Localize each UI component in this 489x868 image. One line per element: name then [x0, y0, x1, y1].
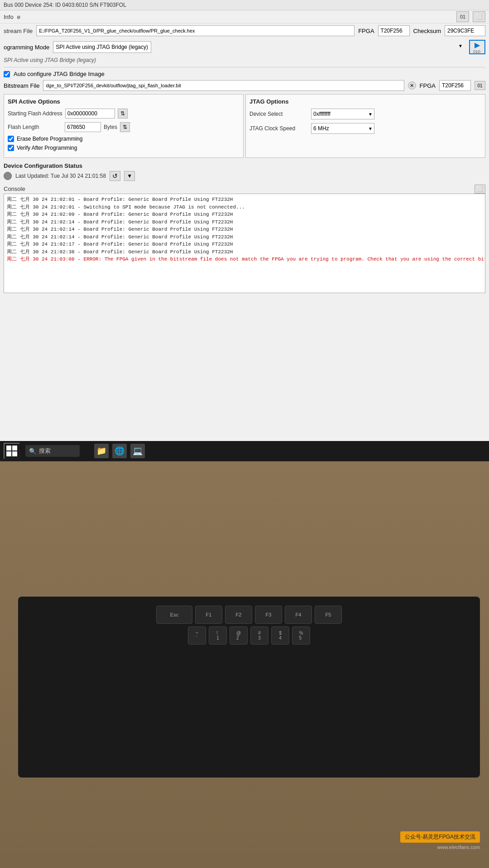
play-button[interactable]: ▶ 010-: [469, 40, 485, 54]
auto-configure-label: Auto configure JTAG Bridge Image: [14, 71, 105, 77]
filter-icon: ▼: [127, 173, 132, 179]
title-bar: Bus 000 Device 254: ID 0403:6010 S/N FT9…: [0, 0, 489, 10]
search-box[interactable]: 🔍 搜索: [25, 445, 80, 457]
console-label: Console: [4, 185, 25, 192]
flash-address-row: Starting Flash Address ⇅: [8, 109, 240, 119]
taskbar-icon-3[interactable]: 💻: [130, 444, 145, 458]
taskbar-icon-1-glyph: 📁: [96, 446, 106, 456]
prog-mode-section: ogramming Mode SPI Active using JTAG Bri…: [0, 38, 489, 56]
copy-icon: ⬜: [477, 186, 483, 192]
clock-speed-wrapper: 6 MHz ▼: [311, 123, 374, 134]
toolbar-btn-02[interactable]: ⬜: [473, 11, 485, 22]
key-tilde[interactable]: ~`: [188, 626, 206, 645]
info-label: Info: [4, 14, 14, 20]
fpga-btn-01[interactable]: 01: [475, 81, 485, 90]
console-line: 周二 七月 30 24 21:02:14 - Board Profile: Ge…: [7, 233, 482, 241]
device-config-section: Device Configuration Status Last Updated…: [0, 160, 489, 183]
toolbar-btn-01[interactable]: 01: [456, 11, 469, 22]
jtag-options-panel: JTAG Options Device Select 0xffffffff ▼ …: [245, 94, 485, 158]
key-f3[interactable]: F3: [255, 606, 282, 624]
bit-file-path: dge_to_SPI/T20F256_devkit/outflow/jtag_s…: [43, 80, 404, 91]
key-5[interactable]: %5: [292, 626, 310, 645]
verify-label: Verify After Programming: [17, 145, 77, 151]
flash-length-row: Flash Length Bytes ⇅: [8, 122, 240, 132]
key-1[interactable]: !1: [209, 626, 227, 645]
verify-checkbox[interactable]: [8, 145, 14, 151]
key-f5[interactable]: F5: [315, 606, 342, 624]
auto-configure-checkbox[interactable]: [4, 71, 10, 77]
flash-length-spinner[interactable]: ⇅: [120, 122, 130, 132]
console-line: 周二 七月 30 24 21:02:01 - Board Profile: Ge…: [7, 196, 482, 204]
spinner-icon-2: ⇅: [123, 124, 127, 130]
device-select-row: Device Select 0xffffffff ▼: [249, 109, 481, 119]
spinner-icon: ⇅: [120, 110, 125, 117]
taskbar-icons: 📁 🌐 💻: [94, 444, 145, 458]
toolbar-btn-02-icon: ⬜: [476, 14, 483, 20]
search-text: 搜索: [39, 447, 51, 455]
erase-row: Erase Before Programming: [8, 136, 240, 142]
taskbar-icon-2-glyph: 🌐: [115, 446, 125, 456]
key-2[interactable]: @2: [230, 626, 248, 645]
stream-file-label: stream File: [4, 28, 33, 34]
options-container: SPI Active Options Starting Flash Addres…: [0, 92, 489, 160]
keyboard: Esc F1 F2 F3 F4 F5 ~` !1 @2 #3 $4 %5: [18, 597, 480, 778]
refresh-button[interactable]: ↺: [110, 171, 120, 181]
taskbar: 🔍 搜索 📁 🌐 💻: [0, 441, 489, 461]
file-path-input[interactable]: [36, 25, 355, 36]
console-copy-button[interactable]: ⬜: [475, 185, 485, 194]
fpga-value: T20F256: [378, 25, 410, 36]
flash-length-input[interactable]: [65, 122, 101, 132]
key-esc[interactable]: Esc: [156, 606, 192, 624]
key-f4[interactable]: F4: [285, 606, 312, 624]
device-config-title: Device Configuration Status: [4, 162, 485, 169]
play-icon: ▶: [475, 41, 480, 49]
status-row: Last Updated: Tue Jul 30 24 21:01:58 ↺ ▼: [4, 171, 485, 181]
website-text: www.electfans.com: [437, 844, 480, 850]
console-line: 周二 七月 30 24 21:03:08 - ERROR: The FPGA g…: [7, 256, 482, 263]
flash-address-spinner[interactable]: ⇅: [118, 109, 128, 119]
bitstream-file-label: Bitstream File: [4, 82, 39, 89]
key-3[interactable]: #3: [250, 626, 268, 645]
prog-mode-dropdown[interactable]: SPI Active using JTAG Bridge (legacy): [53, 41, 151, 53]
key-4[interactable]: $4: [271, 626, 289, 645]
erase-checkbox[interactable]: [8, 136, 14, 142]
taskbar-icon-2[interactable]: 🌐: [112, 444, 127, 458]
key-f1[interactable]: F1: [195, 606, 222, 624]
windows-button[interactable]: [4, 443, 20, 459]
dropdown-arrow-icon: ▼: [458, 43, 463, 48]
section-divider-1: [4, 67, 485, 67]
file-row: stream File FPGA T20F256 Checksum 29C9C3…: [0, 24, 489, 38]
console-area[interactable]: 周二 七月 30 24 21:02:01 - Board Profile: Ge…: [4, 194, 485, 293]
app-window: Bus 000 Device 254: ID 0403:6010 S/N FT9…: [0, 0, 489, 293]
spi-active-label: SPI Active using JTAG Bridge (legacy): [0, 56, 489, 65]
monitor-screen: Bus 000 Device 254: ID 0403:6010 S/N FT9…: [0, 0, 489, 461]
search-icon: 🔍: [29, 448, 36, 455]
bitstream-row-2: Bitstream File dge_to_SPI/T20F256_devkit…: [0, 79, 489, 92]
close-bitstream-button[interactable]: ✕: [408, 81, 416, 90]
title-bar-text: Bus 000 Device 254: ID 0403:6010 S/N FT9…: [4, 2, 126, 8]
bytes-label: Bytes: [104, 124, 117, 130]
key-f2[interactable]: F2: [225, 606, 252, 624]
checksum-label: Checksum: [413, 28, 441, 34]
console-line: 周二 七月 30 24 21:02:01 - Switching to SPI …: [7, 204, 482, 211]
console-line: 周二 七月 30 24 21:02:09 - Board Profile: Ge…: [7, 211, 482, 218]
fpga-label: FPGA: [358, 28, 374, 34]
e-label: e: [17, 14, 20, 20]
device-select-dropdown[interactable]: 0xffffffff: [311, 109, 374, 119]
clock-speed-row: JTAG Clock Speed 6 MHz ▼: [249, 123, 481, 134]
fpga-label-2: FPGA: [420, 82, 436, 89]
console-line: 周二 七月 30 24 21:02:17 - Board Profile: Ge…: [7, 241, 482, 248]
play-sublabel: 010-: [473, 49, 481, 54]
flash-address-label: Starting Flash Address: [8, 110, 62, 117]
spi-options-panel: SPI Active Options Starting Flash Addres…: [4, 94, 244, 158]
watermark-area: 公众号·易灵思FPGA技术交流 www.electfans.com: [400, 831, 480, 850]
console-line: 周二 七月 30 24 21:02:14 - Board Profile: Ge…: [7, 226, 482, 233]
clock-speed-dropdown[interactable]: 6 MHz: [311, 123, 374, 134]
flash-length-label: Flash Length: [8, 124, 62, 130]
taskbar-icon-1[interactable]: 📁: [94, 444, 109, 458]
desk-area: Esc F1 F2 F3 F4 F5 ~` !1 @2 #3 $4 %5 公众号…: [0, 461, 489, 868]
status-text: Last Updated: Tue Jul 30 24 21:01:58: [15, 173, 106, 179]
filter-button[interactable]: ▼: [124, 171, 135, 181]
flash-address-input[interactable]: [65, 109, 115, 119]
fpga-value-2: T20F256: [439, 80, 471, 91]
